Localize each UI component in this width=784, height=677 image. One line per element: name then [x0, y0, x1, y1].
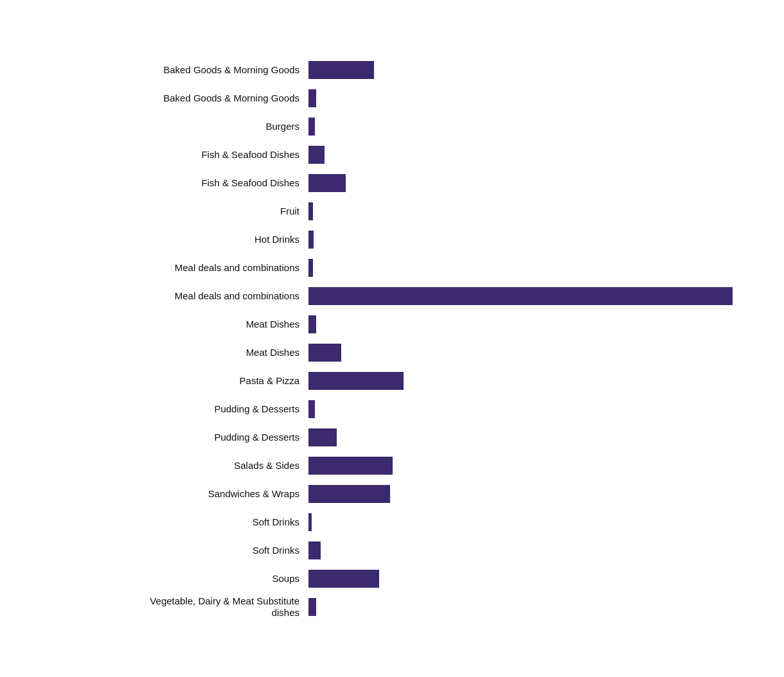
chart-rows: Baked Goods & Morning GoodsBaked Goods &… [39, 56, 745, 621]
bar [308, 202, 313, 220]
bar-area [308, 480, 745, 508]
chart-row: Salads & Sides [39, 452, 745, 480]
row-label: Meat Dishes [39, 319, 308, 330]
chart-row: Fruit [39, 197, 745, 225]
bar-area [308, 169, 745, 197]
bar [308, 174, 346, 192]
row-label: Meat Dishes [39, 347, 308, 358]
chart-row: Pudding & Desserts [39, 395, 745, 423]
bar [308, 89, 316, 107]
bar-area [308, 56, 745, 84]
bar [308, 457, 393, 475]
bar [308, 344, 341, 362]
chart-row: Vegetable, Dairy & Meat Substitutedishes [39, 593, 745, 621]
bar-area [308, 423, 745, 452]
row-label: Fruit [39, 206, 308, 217]
row-label: Burgers [39, 121, 308, 132]
bar-area [308, 536, 745, 565]
bar-area [308, 565, 745, 593]
bar [308, 541, 321, 559]
bar-area [308, 452, 745, 480]
bar [308, 485, 390, 503]
bar [308, 570, 379, 588]
bar [308, 372, 404, 390]
chart-row: Hot Drinks [39, 225, 745, 254]
bar-area [308, 338, 745, 367]
bar-area [308, 84, 745, 112]
bar-area [308, 395, 745, 423]
chart-row: Pasta & Pizza [39, 367, 745, 395]
chart-container: Baked Goods & Morning GoodsBaked Goods &… [39, 24, 745, 653]
chart-row: Pudding & Desserts [39, 423, 745, 452]
chart-row: Fish & Seafood Dishes [39, 141, 745, 169]
row-label: Pasta & Pizza [39, 375, 308, 387]
row-label: Baked Goods & Morning Goods [39, 92, 308, 104]
bar [308, 118, 315, 136]
bar [308, 598, 316, 616]
bar [308, 428, 337, 446]
bar-area [308, 282, 745, 310]
bar-area [308, 225, 745, 254]
row-label: Sandwiches & Wraps [39, 488, 308, 500]
bar [308, 61, 374, 79]
row-label: Pudding & Desserts [39, 432, 308, 443]
row-label: Hot Drinks [39, 234, 308, 245]
chart-row: Meal deals and combinations [39, 282, 745, 310]
bar [308, 146, 325, 164]
row-label: Fish & Seafood Dishes [39, 177, 308, 189]
bar [308, 400, 315, 418]
row-label: Soups [39, 573, 308, 585]
row-label: Fish & Seafood Dishes [39, 149, 308, 161]
bar-area [308, 197, 745, 225]
chart-row: Meat Dishes [39, 310, 745, 338]
bar [308, 315, 316, 333]
row-label: Pudding & Desserts [39, 403, 308, 415]
row-label: Vegetable, Dairy & Meat Substitutedishes [39, 595, 308, 619]
chart-row: Sandwiches & Wraps [39, 480, 745, 508]
chart-row: Baked Goods & Morning Goods [39, 56, 745, 84]
chart-row: Burgers [39, 112, 745, 141]
bar-area [308, 141, 745, 169]
row-label: Meal deals and combinations [39, 290, 308, 302]
chart-row: Soft Drinks [39, 508, 745, 536]
bar [308, 287, 733, 305]
chart-row: Meal deals and combinations [39, 254, 745, 282]
bar [308, 513, 312, 531]
bar-area [308, 112, 745, 141]
chart-row: Baked Goods & Morning Goods [39, 84, 745, 112]
row-label: Soft Drinks [39, 545, 308, 556]
chart-row: Meat Dishes [39, 338, 745, 367]
row-label: Soft Drinks [39, 516, 308, 528]
bar [308, 231, 314, 249]
bar-area [308, 508, 745, 536]
bar-area [308, 310, 745, 338]
chart-row: Soft Drinks [39, 536, 745, 565]
bar-area [308, 593, 745, 621]
row-label: Baked Goods & Morning Goods [39, 64, 308, 76]
chart-row: Fish & Seafood Dishes [39, 169, 745, 197]
row-label: Salads & Sides [39, 460, 308, 471]
bar-area [308, 367, 745, 395]
bar-area [308, 254, 745, 282]
bar [308, 259, 313, 277]
chart-row: Soups [39, 565, 745, 593]
row-label: Meal deals and combinations [39, 262, 308, 274]
